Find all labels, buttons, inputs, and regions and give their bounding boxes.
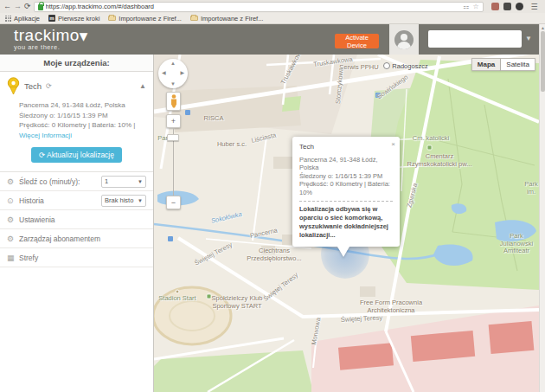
device-info: Pancerna 24, 91-348 Łódź, Polska Śledzon… <box>19 100 143 140</box>
map-label: RISCA <box>204 115 224 123</box>
extension-icon-3[interactable] <box>516 3 523 10</box>
popup-tail <box>337 247 349 257</box>
map-label: Pancerna <box>249 228 278 241</box>
avatar-icon <box>394 30 414 49</box>
map-label: Sowińskiego <box>375 74 409 101</box>
gear-icon: ⚙ <box>7 235 19 243</box>
reload-icon[interactable]: ⟳ <box>24 1 31 12</box>
pan-right-icon[interactable]: ▶ <box>180 69 184 75</box>
url-bar[interactable]: https://app.trackimo.com/#/dashboard ⚏ ☆ <box>34 2 484 12</box>
zoom-slider-handle[interactable] <box>167 134 179 141</box>
menu-label: Historia <box>19 196 101 205</box>
device-speed-battery: Prędkość: 0 Kilometry | Bateria: 10% | W… <box>19 120 143 140</box>
forward-icon[interactable]: → <box>14 1 22 12</box>
menu-item-settings[interactable]: ⚙ Ustawienia <box>0 210 153 229</box>
pan-left-icon[interactable]: ◀ <box>162 69 166 75</box>
bookmark-label: Importowane z Firef... <box>119 15 182 22</box>
bookmark-label: Importowane z Firef... <box>201 15 264 22</box>
map-label: Free Form Pracownia Architektoniczna <box>360 299 422 314</box>
popup-separator <box>299 201 393 202</box>
map-label: Storczykowa <box>335 67 345 104</box>
map-label: Park im. <box>524 181 537 196</box>
folder-icon <box>108 16 116 21</box>
scrollbar-thumb[interactable] <box>541 31 545 92</box>
map-label: Sokołówka <box>210 211 242 225</box>
popup-title: Tech <box>299 143 393 151</box>
bookmark-label: Aplikacje <box>14 15 40 22</box>
map-label: Truskawkowa <box>313 56 353 69</box>
track-interval-select[interactable]: 1▼ <box>101 176 146 188</box>
bookmarks-bar: Aplikacje m Pierwsze kroki Importowane z… <box>0 13 545 24</box>
page-scrollbar[interactable]: ▲ <box>539 24 545 392</box>
back-icon[interactable]: ← <box>3 1 11 12</box>
apps-grid-icon <box>5 16 11 22</box>
map-label: Cmentarz Rzymskokatolicki pw... <box>407 153 471 168</box>
map-label: Świętej Teresy <box>262 272 299 303</box>
user-name-redacted[interactable] <box>428 30 522 48</box>
bookmark-folder-1[interactable]: Importowane z Firef... <box>108 15 182 22</box>
menu-label: Zarządzaj abonamentem <box>19 235 146 243</box>
device-tracked-time: Śledzony o: 1/16/15 1:39 PM <box>19 111 143 121</box>
popup-tracked: Śledzony o: 1/16/15 1:39 PM <box>299 172 393 181</box>
map-label: Huber s.c. <box>217 141 247 149</box>
map-label: Truskawkowa <box>280 55 305 86</box>
satellite-type-button[interactable]: Satelita <box>501 58 535 71</box>
menu-label: Strefy <box>19 254 146 262</box>
sidebar-title: Moje urządzenia: <box>0 55 153 72</box>
user-menu-chevron-icon[interactable]: ▼ <box>525 35 532 42</box>
map-label: Cm. katolicki <box>413 135 450 143</box>
extension-icon-2[interactable] <box>503 3 511 10</box>
bookmark-folder-2[interactable]: Importowane z Firef... <box>190 15 264 22</box>
map-label: Morwowa <box>311 317 323 345</box>
map-label: Radogoszcz <box>392 63 427 71</box>
user-avatar-box[interactable] <box>389 24 419 55</box>
browser-toolbar: ← → ⟳ https://app.trackimo.com/#/dashboa… <box>0 0 545 13</box>
pan-up-icon[interactable]: ▲ <box>170 61 176 66</box>
device-pin-icon <box>7 77 20 95</box>
menu-item-history[interactable]: ⊙ Historia Brak histo▼ <box>0 191 153 210</box>
extension-icon-1[interactable] <box>491 3 499 10</box>
activate-device-button[interactable]: Activate Device <box>335 34 379 48</box>
clock-icon: ⊙ <box>7 196 19 205</box>
zones-icon: ▦ <box>7 254 19 262</box>
zoom-out-button[interactable]: − <box>166 196 181 209</box>
bookmark-label: Pierwsze kroki <box>58 15 99 22</box>
map-label: Stadion Start <box>158 295 196 303</box>
bookmark-apps[interactable]: Aplikacje <box>5 15 40 22</box>
street-view-pegman[interactable] <box>166 92 181 111</box>
map-label: Spółdzielczy Klub Sportowy START <box>212 295 263 310</box>
device-panel: Tech ⟳ ▲ Pancerna 24, 91-348 Łódź, Polsk… <box>0 72 153 172</box>
pan-control[interactable]: ▲ ▼ ◀ ▶ <box>158 59 188 88</box>
browser-menu-icon[interactable]: ☰ <box>531 3 538 11</box>
folder-icon <box>190 16 198 21</box>
menu-item-track-interval[interactable]: ⚙ Śledź co (minut/y): 1▼ <box>0 172 153 191</box>
logo-pin-icon: ▾ <box>80 28 88 44</box>
map-label: Świętej Teresy <box>341 314 383 324</box>
page-action-icon[interactable]: ⚏ <box>463 3 469 10</box>
collapse-chevron-icon[interactable]: ▲ <box>139 82 146 90</box>
device-edit-icon[interactable]: ⟳ <box>46 82 52 90</box>
more-info-link[interactable]: Więcej Informacji <box>19 132 72 139</box>
map-info-popup: × Tech Pancerna 24, 91-348 Łódź, Polska … <box>292 137 400 247</box>
update-location-button[interactable]: ⟳ Aktualizuj lokalizację <box>31 147 122 163</box>
device-header[interactable]: Tech ⟳ ▲ <box>7 77 146 95</box>
menu-item-subscription[interactable]: ⚙ Zarządzaj abonamentem <box>0 229 153 248</box>
menu-item-zones[interactable]: ▦ Strefy <box>0 248 153 267</box>
m-favicon: m <box>48 15 55 22</box>
map-type-button[interactable]: Mapa <box>471 58 501 71</box>
map-canvas[interactable]: TruskawkowaTruskawkowaSerwis PPHURadogos… <box>154 55 539 392</box>
pan-down-icon[interactable]: ▼ <box>170 81 176 87</box>
zoom-in-button[interactable]: + <box>166 114 181 128</box>
bookmark-star-icon[interactable]: ☆ <box>472 3 478 10</box>
popup-address: Pancerna 24, 91-348 Łódź, Polska <box>299 156 393 172</box>
scroll-up-icon[interactable]: ▲ <box>540 24 545 31</box>
trackimo-logo[interactable]: trackimo▾ you are there. <box>14 27 88 51</box>
url-text[interactable]: https://app.trackimo.com/#/dashboard <box>46 3 461 10</box>
map-label: Park Julianowski Amfiteatr <box>500 233 533 255</box>
bookmark-pierwsze-kroki[interactable]: m Pierwsze kroki <box>48 15 99 22</box>
popup-close-icon[interactable]: × <box>391 140 395 149</box>
history-select[interactable]: Brak histo▼ <box>101 195 146 207</box>
map-label: Zgierska <box>406 183 420 209</box>
logo-text: trackimo <box>14 26 80 44</box>
sidebar: Moje urządzenia: Tech ⟳ ▲ Pancerna 24, 9… <box>0 55 154 392</box>
